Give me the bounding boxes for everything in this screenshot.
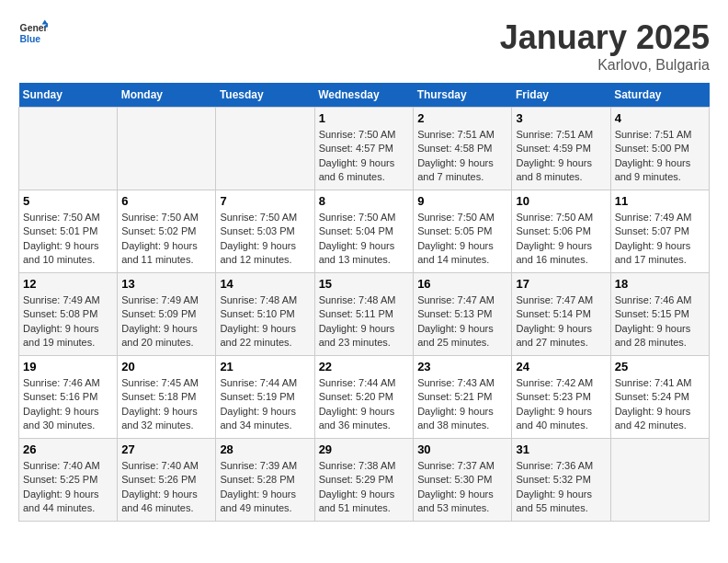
day-info: Sunrise: 7:41 AM Sunset: 5:24 PM Dayligh… bbox=[615, 376, 705, 433]
logo: General Blue bbox=[18, 18, 48, 48]
calendar-cell: 15Sunrise: 7:48 AM Sunset: 5:11 PM Dayli… bbox=[314, 273, 414, 356]
day-info: Sunrise: 7:44 AM Sunset: 5:20 PM Dayligh… bbox=[319, 376, 410, 433]
day-info: Sunrise: 7:48 AM Sunset: 5:11 PM Dayligh… bbox=[319, 293, 410, 350]
calendar-cell: 6Sunrise: 7:50 AM Sunset: 5:02 PM Daylig… bbox=[118, 190, 216, 273]
day-info: Sunrise: 7:37 AM Sunset: 5:30 PM Dayligh… bbox=[417, 459, 507, 516]
header: General Blue January 2025 Karlovo, Bulga… bbox=[18, 18, 710, 74]
calendar-cell: 4Sunrise: 7:51 AM Sunset: 5:00 PM Daylig… bbox=[610, 108, 709, 190]
day-header-tuesday: Tuesday bbox=[216, 83, 314, 108]
day-number: 28 bbox=[220, 442, 310, 456]
calendar-cell: 29Sunrise: 7:38 AM Sunset: 5:29 PM Dayli… bbox=[314, 439, 414, 522]
calendar-cell: 31Sunrise: 7:36 AM Sunset: 5:32 PM Dayli… bbox=[512, 439, 610, 522]
calendar-cell: 13Sunrise: 7:49 AM Sunset: 5:09 PM Dayli… bbox=[118, 273, 216, 356]
calendar-cell bbox=[19, 108, 118, 190]
calendar-cell: 11Sunrise: 7:49 AM Sunset: 5:07 PM Dayli… bbox=[610, 190, 709, 273]
day-info: Sunrise: 7:50 AM Sunset: 5:01 PM Dayligh… bbox=[23, 211, 113, 268]
day-header-monday: Monday bbox=[118, 83, 216, 108]
svg-text:General: General bbox=[20, 23, 48, 33]
day-info: Sunrise: 7:38 AM Sunset: 5:29 PM Dayligh… bbox=[319, 459, 410, 516]
calendar-cell: 30Sunrise: 7:37 AM Sunset: 5:30 PM Dayli… bbox=[414, 439, 512, 522]
day-info: Sunrise: 7:39 AM Sunset: 5:28 PM Dayligh… bbox=[220, 459, 310, 516]
day-info: Sunrise: 7:51 AM Sunset: 4:59 PM Dayligh… bbox=[516, 128, 606, 185]
calendar-cell: 8Sunrise: 7:50 AM Sunset: 5:04 PM Daylig… bbox=[314, 190, 414, 273]
calendar-cell: 27Sunrise: 7:40 AM Sunset: 5:26 PM Dayli… bbox=[118, 439, 216, 522]
week-row-3: 12Sunrise: 7:49 AM Sunset: 5:08 PM Dayli… bbox=[19, 273, 710, 356]
calendar-cell: 14Sunrise: 7:48 AM Sunset: 5:10 PM Dayli… bbox=[216, 273, 314, 356]
calendar-cell: 19Sunrise: 7:46 AM Sunset: 5:16 PM Dayli… bbox=[19, 356, 118, 439]
day-number: 7 bbox=[220, 194, 310, 208]
week-row-2: 5Sunrise: 7:50 AM Sunset: 5:01 PM Daylig… bbox=[19, 190, 710, 273]
day-header-sunday: Sunday bbox=[19, 83, 118, 108]
svg-marker-2 bbox=[42, 20, 48, 25]
day-number: 2 bbox=[417, 111, 507, 125]
day-info: Sunrise: 7:50 AM Sunset: 5:03 PM Dayligh… bbox=[220, 211, 310, 268]
day-info: Sunrise: 7:40 AM Sunset: 5:26 PM Dayligh… bbox=[121, 459, 211, 516]
day-header-thursday: Thursday bbox=[414, 83, 512, 108]
day-number: 24 bbox=[516, 360, 606, 373]
day-number: 12 bbox=[23, 277, 113, 291]
location-title: Karlovo, Bulgaria bbox=[500, 57, 710, 74]
calendar-cell bbox=[118, 108, 216, 190]
day-header-wednesday: Wednesday bbox=[314, 83, 414, 108]
calendar-cell: 12Sunrise: 7:49 AM Sunset: 5:08 PM Dayli… bbox=[19, 273, 118, 356]
day-info: Sunrise: 7:49 AM Sunset: 5:09 PM Dayligh… bbox=[121, 293, 211, 350]
calendar-cell bbox=[216, 108, 314, 190]
calendar-cell: 7Sunrise: 7:50 AM Sunset: 5:03 PM Daylig… bbox=[216, 190, 314, 273]
calendar-cell: 18Sunrise: 7:46 AM Sunset: 5:15 PM Dayli… bbox=[610, 273, 709, 356]
month-title: January 2025 bbox=[500, 18, 710, 57]
day-number: 4 bbox=[615, 111, 705, 125]
day-info: Sunrise: 7:44 AM Sunset: 5:19 PM Dayligh… bbox=[220, 376, 310, 433]
day-info: Sunrise: 7:43 AM Sunset: 5:21 PM Dayligh… bbox=[417, 376, 507, 433]
day-info: Sunrise: 7:50 AM Sunset: 4:57 PM Dayligh… bbox=[319, 128, 410, 185]
calendar-cell: 10Sunrise: 7:50 AM Sunset: 5:06 PM Dayli… bbox=[512, 190, 610, 273]
day-number: 6 bbox=[121, 194, 211, 208]
calendar-cell: 3Sunrise: 7:51 AM Sunset: 4:59 PM Daylig… bbox=[512, 108, 610, 190]
calendar-cell: 25Sunrise: 7:41 AM Sunset: 5:24 PM Dayli… bbox=[610, 356, 709, 439]
day-number: 16 bbox=[417, 277, 507, 291]
day-number: 30 bbox=[417, 442, 507, 456]
day-info: Sunrise: 7:48 AM Sunset: 5:10 PM Dayligh… bbox=[220, 293, 310, 350]
day-info: Sunrise: 7:40 AM Sunset: 5:25 PM Dayligh… bbox=[23, 459, 113, 516]
day-number: 23 bbox=[417, 360, 507, 373]
day-number: 26 bbox=[23, 442, 113, 456]
day-number: 11 bbox=[615, 194, 705, 208]
day-info: Sunrise: 7:51 AM Sunset: 5:00 PM Dayligh… bbox=[615, 128, 705, 185]
week-row-5: 26Sunrise: 7:40 AM Sunset: 5:25 PM Dayli… bbox=[19, 439, 710, 522]
calendar-cell: 9Sunrise: 7:50 AM Sunset: 5:05 PM Daylig… bbox=[414, 190, 512, 273]
calendar-cell: 23Sunrise: 7:43 AM Sunset: 5:21 PM Dayli… bbox=[414, 356, 512, 439]
day-number: 20 bbox=[121, 360, 211, 373]
calendar-cell: 20Sunrise: 7:45 AM Sunset: 5:18 PM Dayli… bbox=[118, 356, 216, 439]
day-number: 14 bbox=[220, 277, 310, 291]
day-info: Sunrise: 7:36 AM Sunset: 5:32 PM Dayligh… bbox=[516, 459, 606, 516]
day-info: Sunrise: 7:50 AM Sunset: 5:02 PM Dayligh… bbox=[121, 211, 211, 268]
calendar-cell: 17Sunrise: 7:47 AM Sunset: 5:14 PM Dayli… bbox=[512, 273, 610, 356]
day-info: Sunrise: 7:50 AM Sunset: 5:04 PM Dayligh… bbox=[319, 211, 410, 268]
calendar-cell: 21Sunrise: 7:44 AM Sunset: 5:19 PM Dayli… bbox=[216, 356, 314, 439]
calendar-cell: 22Sunrise: 7:44 AM Sunset: 5:20 PM Dayli… bbox=[314, 356, 414, 439]
day-number: 8 bbox=[319, 194, 410, 208]
calendar-cell: 24Sunrise: 7:42 AM Sunset: 5:23 PM Dayli… bbox=[512, 356, 610, 439]
calendar-cell: 5Sunrise: 7:50 AM Sunset: 5:01 PM Daylig… bbox=[19, 190, 118, 273]
day-number: 19 bbox=[23, 360, 113, 373]
day-number: 15 bbox=[319, 277, 410, 291]
day-header-friday: Friday bbox=[512, 83, 610, 108]
day-info: Sunrise: 7:49 AM Sunset: 5:08 PM Dayligh… bbox=[23, 293, 113, 350]
day-number: 27 bbox=[121, 442, 211, 456]
day-info: Sunrise: 7:45 AM Sunset: 5:18 PM Dayligh… bbox=[121, 376, 211, 433]
calendar-cell: 26Sunrise: 7:40 AM Sunset: 5:25 PM Dayli… bbox=[19, 439, 118, 522]
day-info: Sunrise: 7:51 AM Sunset: 4:58 PM Dayligh… bbox=[417, 128, 507, 185]
day-header-saturday: Saturday bbox=[610, 83, 709, 108]
day-number: 17 bbox=[516, 277, 606, 291]
calendar-cell: 28Sunrise: 7:39 AM Sunset: 5:28 PM Dayli… bbox=[216, 439, 314, 522]
calendar-cell bbox=[610, 439, 709, 522]
day-number: 29 bbox=[319, 442, 410, 456]
day-number: 22 bbox=[319, 360, 410, 373]
day-info: Sunrise: 7:46 AM Sunset: 5:16 PM Dayligh… bbox=[23, 376, 113, 433]
day-number: 5 bbox=[23, 194, 113, 208]
day-number: 9 bbox=[417, 194, 507, 208]
week-row-1: 1Sunrise: 7:50 AM Sunset: 4:57 PM Daylig… bbox=[19, 108, 710, 190]
day-number: 21 bbox=[220, 360, 310, 373]
day-number: 3 bbox=[516, 111, 606, 125]
calendar-cell: 16Sunrise: 7:47 AM Sunset: 5:13 PM Dayli… bbox=[414, 273, 512, 356]
day-number: 25 bbox=[615, 360, 705, 373]
